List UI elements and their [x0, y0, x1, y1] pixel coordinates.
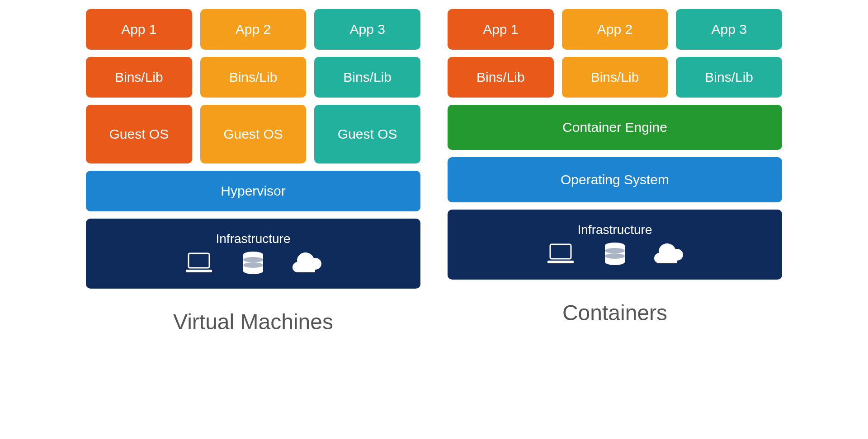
diagram-wrapper: App 1 App 2 App 3 Bins/Lib Bins/Lib Bins… — [14, 9, 854, 334]
database-icon — [599, 242, 631, 266]
ct-app-3: App 3 — [676, 9, 782, 50]
vm-infrastructure: Infrastructure — [86, 219, 420, 289]
ct-app-2: App 2 — [562, 9, 668, 50]
containers-column: App 1 App 2 App 3 Bins/Lib Bins/Lib Bins… — [448, 9, 782, 334]
vm-apps-row: App 1 App 2 App 3 — [86, 9, 420, 50]
svg-point-10 — [243, 262, 263, 268]
ct-infrastructure: Infrastructure — [448, 210, 782, 280]
ct-bins-2: Bins/Lib — [562, 57, 668, 98]
ct-operating-system: Operating System — [448, 157, 782, 202]
ct-bins-row: Bins/Lib Bins/Lib Bins/Lib — [448, 57, 782, 98]
ct-bins-1: Bins/Lib — [448, 57, 554, 98]
svg-rect-11 — [550, 244, 571, 259]
ct-infra-row: Infrastructure — [448, 210, 782, 280]
vm-hypervisor-row: Hypervisor — [86, 171, 420, 211]
vm-bins-3: Bins/Lib — [314, 57, 420, 98]
vm-infra-row: Infrastructure — [86, 219, 420, 289]
ct-app-1: App 1 — [448, 9, 554, 50]
vm-guest-1: Guest OS — [86, 105, 192, 163]
vm-guest-2: Guest OS — [200, 105, 307, 163]
ct-os-row: Operating System — [448, 157, 782, 202]
vm-caption: Virtual Machines — [86, 309, 420, 334]
svg-rect-1 — [186, 270, 212, 272]
vm-column: App 1 App 2 App 3 Bins/Lib Bins/Lib Bins… — [86, 9, 420, 334]
cloud-icon — [653, 242, 685, 266]
svg-rect-0 — [189, 253, 209, 268]
vm-hypervisor: Hypervisor — [86, 171, 420, 211]
vm-infra-icons — [183, 251, 323, 276]
database-icon — [237, 251, 269, 276]
vm-bins-row: Bins/Lib Bins/Lib Bins/Lib — [86, 57, 420, 98]
ct-caption: Containers — [448, 300, 782, 325]
vm-app-3: App 3 — [314, 9, 420, 50]
vm-guest-row: Guest OS Guest OS Guest OS — [86, 105, 420, 163]
vm-guest-3: Guest OS — [314, 105, 420, 163]
cloud-icon — [292, 251, 323, 276]
ct-infrastructure-label: Infrastructure — [578, 223, 652, 237]
vm-app-1: App 1 — [86, 9, 192, 50]
ct-infra-icons — [545, 242, 685, 266]
svg-point-8 — [243, 268, 263, 274]
ct-engine-row: Container Engine — [448, 105, 782, 150]
vm-infrastructure-label: Infrastructure — [216, 232, 291, 246]
ct-bins-3: Bins/Lib — [676, 57, 782, 98]
svg-point-19 — [605, 259, 625, 265]
svg-rect-12 — [547, 261, 574, 263]
svg-point-21 — [605, 253, 625, 259]
vm-app-2: App 2 — [200, 9, 307, 50]
laptop-icon — [183, 251, 215, 276]
ct-container-engine: Container Engine — [448, 105, 782, 150]
svg-point-9 — [243, 257, 263, 262]
laptop-icon — [545, 242, 576, 266]
ct-apps-row: App 1 App 2 App 3 — [448, 9, 782, 50]
svg-point-20 — [605, 248, 625, 253]
vm-bins-2: Bins/Lib — [200, 57, 307, 98]
vm-bins-1: Bins/Lib — [86, 57, 192, 98]
